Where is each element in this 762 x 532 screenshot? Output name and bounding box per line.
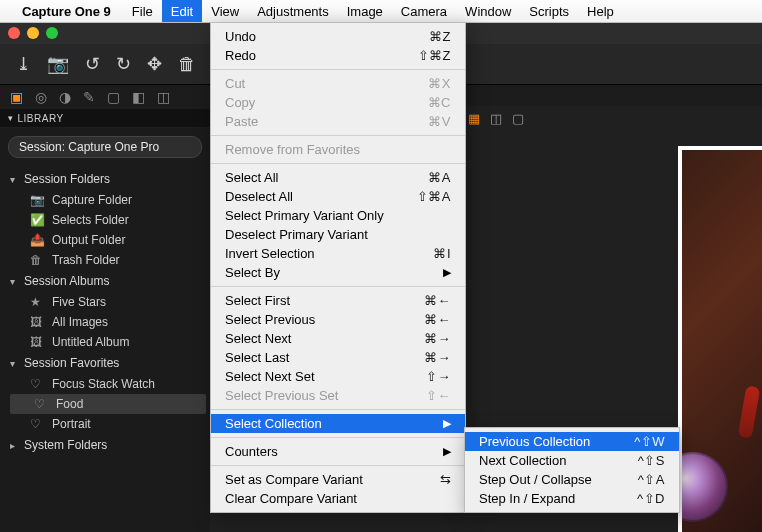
menu-window[interactable]: Window [456,0,520,22]
tree-item[interactable]: 📤Output Folder [6,230,210,250]
menu-item[interactable]: Select By▶ [211,263,465,282]
split-view-icon[interactable]: ◫ [490,111,502,126]
menu-item-label: Select Collection [225,416,322,431]
chevron-right-icon: ▶ [443,417,451,430]
menu-item[interactable]: Redo⇧⌘Z [211,46,465,65]
window-traffic-lights [8,27,58,39]
undo-icon[interactable]: ↺ [85,53,100,75]
menu-item[interactable]: Select Primary Variant Only [211,206,465,225]
menu-item[interactable]: Select Next⌘→ [211,329,465,348]
menu-item[interactable]: Select Collection▶ [211,414,465,433]
menu-item[interactable]: Select Previous⌘← [211,310,465,329]
window-minimize-button[interactable] [27,27,39,39]
submenu-item[interactable]: Step Out / Collapse^⇧A [465,470,679,489]
tree-group-title[interactable]: ▸System Folders [6,434,210,456]
menu-item[interactable]: Counters▶ [211,442,465,461]
tree-group-title[interactable]: ▾Session Favorites [6,352,210,374]
menu-item-shortcut: ⇧⌘A [417,189,451,204]
menu-item[interactable]: Deselect Primary Variant [211,225,465,244]
image-content [738,385,761,439]
menu-camera[interactable]: Camera [392,0,456,22]
menu-help[interactable]: Help [578,0,623,22]
menu-item[interactable]: Undo⌘Z [211,27,465,46]
menu-item-shortcut: ⌘→ [424,331,451,346]
library-tab-icon[interactable]: ▣ [10,89,23,105]
menu-item-label: Select By [225,265,280,280]
menu-item[interactable]: Clear Compare Variant [211,489,465,508]
menu-item-shortcut: ⇆ [440,472,452,487]
capture-tab-icon[interactable]: ◎ [35,89,47,105]
submenu-item[interactable]: Step In / Expand^⇧D [465,489,679,508]
tree-item[interactable]: 🖼All Images [6,312,210,332]
menu-file[interactable]: File [123,0,162,22]
image-preview[interactable] [678,146,762,532]
tree-group-label: System Folders [24,438,107,452]
menu-view[interactable]: View [202,0,248,22]
app-name[interactable]: Capture One 9 [22,4,111,19]
menu-item-label: Paste [225,114,258,129]
chevron-right-icon: ▶ [443,445,451,458]
submenu-item[interactable]: Previous Collection^⇧W [465,432,679,451]
library-sidebar: Session: Capture One Pro ▾Session Folder… [0,128,210,532]
tree-item[interactable]: 📷Capture Folder [6,190,210,210]
session-picker[interactable]: Session: Capture One Pro [8,136,202,158]
menu-scripts[interactable]: Scripts [520,0,578,22]
menu-item[interactable]: Set as Compare Variant⇆ [211,470,465,489]
adjust-tab-icon[interactable]: ◫ [157,89,170,105]
menu-item[interactable]: Select Last⌘→ [211,348,465,367]
submenu-item-shortcut: ^⇧D [637,491,665,506]
tree-item-label: Selects Folder [52,213,129,227]
tree-item-label: Food [56,397,83,411]
trash-icon[interactable]: 🗑 [178,54,196,75]
menu-item-label: Select Next Set [225,369,315,384]
menu-item[interactable]: Select Next Set⇧→ [211,367,465,386]
menu-item-label: Cut [225,76,245,91]
capture-icon[interactable]: 📷 [47,53,69,75]
menu-adjustments[interactable]: Adjustments [248,0,338,22]
menu-item[interactable]: Select All⌘A [211,168,465,187]
tree-item-icon: 🖼 [30,335,46,349]
details-tab-icon[interactable]: ◧ [132,89,145,105]
tree-item-icon: 📤 [30,233,46,247]
tree-item[interactable]: 🖼Untitled Album [6,332,210,352]
import-icon[interactable]: ⤓ [16,53,31,75]
single-view-icon[interactable]: ▢ [512,111,524,126]
tree-item[interactable]: ♡Portrait [6,414,210,434]
menu-item-shortcut: ⇧⌘Z [418,48,451,63]
menu-item[interactable]: Deselect All⇧⌘A [211,187,465,206]
window-close-button[interactable] [8,27,20,39]
tree-item[interactable]: ✅Selects Folder [6,210,210,230]
submenu-item[interactable]: Next Collection^⇧S [465,451,679,470]
tree-item[interactable]: ♡Food [10,394,206,414]
menu-separator [211,409,465,410]
tree-group-label: Session Folders [24,172,110,186]
tree-item-icon: ♡ [30,377,46,391]
tree-group-title[interactable]: ▾Session Folders [6,168,210,190]
library-header-label: LIBRARY [18,113,64,124]
menu-item-label: Select Previous Set [225,388,338,403]
tree-item[interactable]: ★Five Stars [6,292,210,312]
grid-view-icon[interactable]: ▦ [468,111,480,126]
menu-item-label: Clear Compare Variant [225,491,357,506]
chevron-down-icon: ▾ [10,358,24,369]
menu-item[interactable]: Invert Selection⌘I [211,244,465,263]
tree-item[interactable]: ♡Focus Stack Watch [6,374,210,394]
menu-item-label: Select All [225,170,278,185]
submenu-item-shortcut: ^⇧A [638,472,665,487]
menu-item-label: Select First [225,293,290,308]
window-zoom-button[interactable] [46,27,58,39]
lens-tab-icon[interactable]: ◑ [59,89,71,105]
menu-image[interactable]: Image [338,0,392,22]
tree-item-label: Trash Folder [52,253,120,267]
menu-edit[interactable]: Edit [162,0,202,22]
color-tab-icon[interactable]: ✎ [83,89,95,105]
menu-item[interactable]: Select First⌘← [211,291,465,310]
menu-item-label: Select Next [225,331,291,346]
exposure-tab-icon[interactable]: ▢ [107,89,120,105]
tree-group-title[interactable]: ▾Session Albums [6,270,210,292]
tree-item[interactable]: 🗑Trash Folder [6,250,210,270]
menu-separator [211,286,465,287]
redo-icon[interactable]: ↻ [116,53,131,75]
cursor-tools-icon[interactable]: ✥ [147,53,162,75]
tree-item-label: Untitled Album [52,335,129,349]
